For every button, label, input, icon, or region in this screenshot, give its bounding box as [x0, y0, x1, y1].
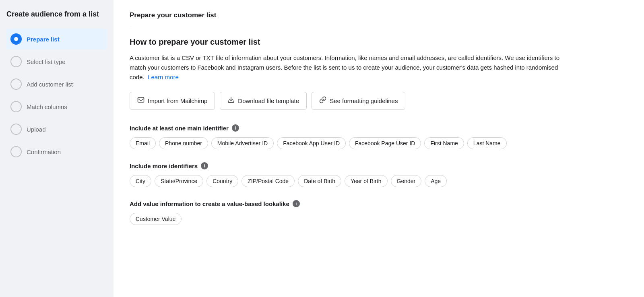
sidebar-item-upload[interactable]: Upload	[6, 119, 107, 140]
value-heading: Add value information to create a value-…	[130, 200, 628, 207]
sidebar-item-label: Match columns	[27, 103, 67, 110]
step-icon-4	[10, 124, 22, 135]
identifier-tag: State/Province	[155, 175, 203, 187]
value-info-icon[interactable]: i	[293, 200, 300, 207]
page-title: Prepare your customer list	[130, 11, 628, 26]
sidebar-item-label: Confirmation	[27, 148, 61, 155]
sidebar: Create audience from a list Prepare list…	[0, 0, 114, 297]
value-tags: Customer Value	[130, 213, 628, 225]
formatting-guidelines-button[interactable]: See formatting guidelines	[312, 92, 405, 110]
step-icon-1	[10, 56, 22, 67]
identifier-tag: Last Name	[467, 137, 507, 149]
main-identifier-info-icon[interactable]: i	[232, 124, 239, 132]
identifier-tag: Age	[425, 175, 447, 187]
more-identifiers-section: Include more identifiers i CityState/Pro…	[130, 162, 628, 187]
more-identifiers-tags: CityState/ProvinceCountryZIP/Postal Code…	[130, 175, 628, 187]
identifier-tag: ZIP/Postal Code	[242, 175, 295, 187]
identifier-tag: First Name	[424, 137, 464, 149]
sidebar-item-prepare-list[interactable]: Prepare list	[6, 29, 107, 50]
value-section: Add value information to create a value-…	[130, 200, 628, 225]
identifier-tag: Mobile Advertiser ID	[211, 137, 274, 149]
main-content: Prepare your customer list How to prepar…	[114, 0, 644, 297]
mailchimp-icon	[137, 96, 144, 105]
identifier-tag: Facebook App User ID	[277, 137, 346, 149]
identifier-tag: Facebook Page User ID	[349, 137, 421, 149]
sidebar-title: Create audience from a list	[6, 10, 107, 19]
sidebar-item-match-columns[interactable]: Match columns	[6, 96, 107, 117]
identifier-tag: City	[130, 175, 151, 187]
main-identifiers-section: Include at least one main identifier i E…	[130, 124, 628, 149]
learn-more-link[interactable]: Learn more	[148, 74, 179, 80]
download-icon	[227, 96, 235, 105]
identifier-tag: Year of Birth	[345, 175, 388, 187]
link-icon	[319, 96, 326, 105]
identifier-tag: Date of Birth	[298, 175, 341, 187]
identifier-tag: Email	[130, 137, 156, 149]
main-identifier-heading: Include at least one main identifier i	[130, 124, 628, 132]
sidebar-item-label: Add customer list	[27, 81, 73, 88]
step-icon-5	[10, 146, 22, 157]
description-text: A customer list is a CSV or TXT file of …	[130, 53, 572, 82]
more-identifiers-heading: Include more identifiers i	[130, 162, 628, 169]
more-identifiers-info-icon[interactable]: i	[201, 162, 208, 169]
section-heading: How to prepare your customer list	[130, 37, 628, 47]
main-identifiers-tags: EmailPhone numberMobile Advertiser IDFac…	[130, 137, 628, 149]
download-template-button[interactable]: Download file template	[220, 92, 307, 110]
sidebar-item-label: Select list type	[27, 58, 66, 65]
action-buttons-row: Import from Mailchimp Download file temp…	[130, 92, 628, 110]
sidebar-item-select-list-type[interactable]: Select list type	[6, 51, 107, 72]
svg-rect-0	[138, 97, 144, 102]
identifier-tag: Gender	[391, 175, 422, 187]
identifier-tag: Country	[206, 175, 238, 187]
value-tag: Customer Value	[130, 213, 182, 225]
sidebar-item-label: Prepare list	[27, 36, 60, 43]
import-mailchimp-button[interactable]: Import from Mailchimp	[130, 92, 215, 110]
step-icon-0	[10, 33, 22, 45]
sidebar-item-confirmation[interactable]: Confirmation	[6, 141, 107, 162]
step-icon-2	[10, 78, 22, 90]
sidebar-item-label: Upload	[27, 126, 46, 133]
identifier-tag: Phone number	[159, 137, 208, 149]
step-icon-3	[10, 101, 22, 112]
sidebar-item-add-customer-list[interactable]: Add customer list	[6, 74, 107, 95]
